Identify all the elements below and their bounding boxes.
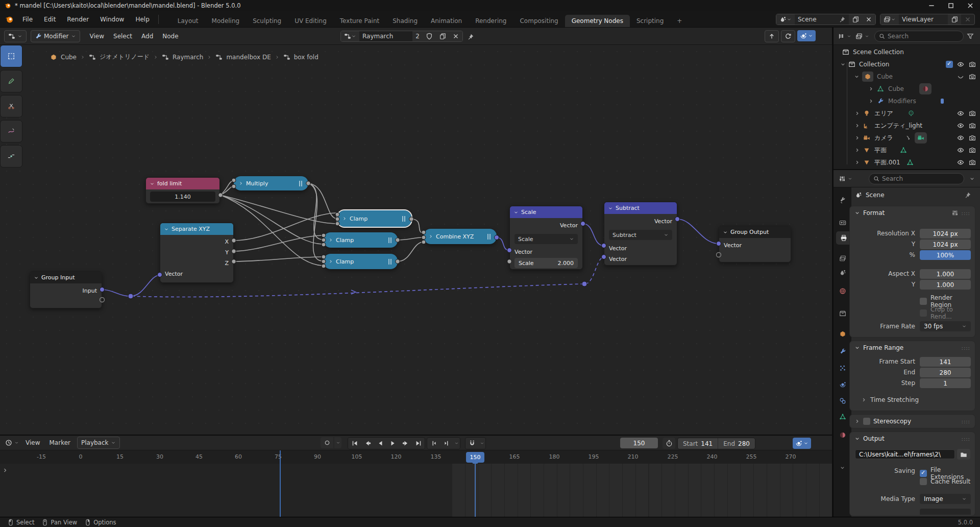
menu-select[interactable]: Select (109, 33, 137, 40)
resolution-x-field[interactable]: 1024 px (920, 229, 971, 238)
collapse-icon[interactable] (854, 435, 860, 442)
socket-vector[interactable] (581, 222, 585, 226)
eye-icon[interactable] (957, 110, 964, 117)
tab-sculpting[interactable]: Sculpting (246, 15, 288, 27)
editor-type-button[interactable] (4, 30, 27, 42)
scene-pin-icon[interactable] (836, 14, 849, 25)
menu-edit[interactable]: Edit (38, 11, 61, 27)
timeline-ruler[interactable]: -15 0 15 30 45 60 75 90 105 120 135 165 … (0, 450, 832, 464)
socket-virtual[interactable] (717, 253, 721, 257)
camera-visibility-icon[interactable] (969, 147, 976, 154)
drag-handle-icon[interactable] (962, 344, 970, 351)
socket[interactable] (335, 212, 339, 217)
frame-back-button[interactable] (427, 438, 440, 449)
outliner-row-plane[interactable]: 平面 (834, 144, 980, 156)
render-region-checkbox[interactable] (920, 298, 927, 305)
camera-visibility-icon[interactable] (969, 159, 976, 166)
expand-icon[interactable] (854, 110, 860, 117)
frame-start-field[interactable]: 141 (920, 357, 971, 367)
socket[interactable] (422, 240, 426, 244)
jump-to-start-button[interactable] (348, 438, 361, 449)
socket-vector[interactable] (100, 288, 105, 292)
start-frame-field[interactable]: Start141 (678, 438, 718, 449)
tab-object-data[interactable] (836, 410, 849, 423)
tab-tool[interactable] (836, 194, 849, 207)
aspect-x-field[interactable]: 1.000 (920, 269, 971, 279)
socket[interactable] (335, 217, 339, 221)
menu-render[interactable]: Render (61, 11, 94, 27)
tab-collection[interactable] (836, 307, 849, 320)
frame-step-dropdown[interactable] (453, 438, 460, 449)
socket[interactable] (322, 264, 326, 268)
scene-new-button[interactable] (849, 14, 862, 25)
viewlayer-browse-button[interactable] (880, 14, 899, 25)
socket[interactable] (232, 178, 236, 182)
tab-rendering[interactable]: Rendering (469, 15, 513, 27)
reroute-node[interactable] (582, 281, 587, 286)
properties-search[interactable] (869, 173, 964, 184)
eye-closed-icon[interactable] (957, 73, 964, 80)
properties-search-input[interactable] (882, 175, 928, 182)
crop-to-render-checkbox[interactable] (920, 309, 927, 317)
eye-icon[interactable] (957, 147, 964, 154)
aspect-y-field[interactable]: 1.000 (920, 280, 971, 290)
maximize-button[interactable] (941, 0, 961, 11)
expand-icon[interactable] (854, 134, 860, 141)
menu-file[interactable]: File (17, 11, 38, 27)
add-workspace-button[interactable]: + (670, 15, 689, 27)
timeline-editor-type-button[interactable] (3, 437, 21, 449)
scene-unlink-button[interactable] (862, 14, 875, 25)
material-icon[interactable] (919, 83, 932, 94)
media-type-dropdown[interactable]: Image (920, 494, 971, 504)
eye-icon[interactable] (957, 159, 964, 166)
eye-icon[interactable] (957, 134, 964, 141)
tab-texture-paint[interactable]: Texture Paint (333, 15, 386, 27)
tab-constraints[interactable] (836, 394, 849, 408)
socket-vector[interactable] (717, 242, 721, 246)
menu-add[interactable]: Add (137, 33, 158, 40)
outliner-row-collection[interactable]: Collection (834, 58, 980, 70)
browse-folder-button[interactable] (957, 449, 970, 460)
outliner-row-scene-collection[interactable]: Scene Collection (834, 46, 980, 58)
collapse-icon[interactable] (854, 209, 860, 217)
outliner-display-mode-dropdown[interactable] (853, 30, 871, 42)
fake-user-shield-icon[interactable] (423, 31, 436, 41)
expand-icon[interactable] (868, 85, 874, 92)
expand-icon[interactable] (868, 98, 874, 105)
timeline-overlay-toggle[interactable] (793, 438, 811, 449)
snap-dropdown[interactable] (478, 438, 485, 449)
drag-handle-icon[interactable] (962, 418, 970, 425)
collapse-icon[interactable] (840, 61, 846, 68)
collapse-icon[interactable] (854, 73, 860, 80)
frame-step-field[interactable]: 1 (920, 378, 971, 388)
timeline-menu-marker[interactable]: Marker (44, 439, 75, 446)
camera-visibility-icon[interactable] (969, 61, 976, 68)
current-frame-field[interactable]: 150 (620, 438, 658, 448)
playhead-badge[interactable]: 150 (466, 452, 484, 463)
socket[interactable] (409, 217, 413, 221)
camera-visibility-icon[interactable] (969, 110, 976, 117)
blender-menu-icon[interactable] (5, 15, 14, 24)
menu-window[interactable]: Window (94, 11, 130, 27)
camera-visibility-icon[interactable] (969, 73, 976, 80)
tab-geometry-nodes[interactable]: Geometry Nodes (565, 15, 630, 27)
socket[interactable] (396, 238, 400, 242)
auto-keying-toggle[interactable] (321, 437, 333, 448)
socket-virtual[interactable] (100, 298, 105, 302)
socket-vector[interactable] (507, 248, 512, 253)
frame-rate-dropdown[interactable]: 30 fps (920, 321, 971, 331)
socket[interactable] (232, 249, 236, 253)
outliner-row-cube-mesh[interactable]: Cube (834, 83, 980, 95)
viewlayer-remove-button[interactable] (961, 14, 974, 25)
tab-scripting[interactable]: Scripting (630, 15, 670, 27)
tab-particles[interactable] (836, 362, 849, 375)
output-path-field[interactable]: C:\Users\kait...el\frames\2\ (855, 449, 955, 459)
socket-vector[interactable] (602, 244, 606, 248)
eye-icon[interactable] (957, 122, 964, 129)
socket[interactable] (322, 243, 326, 247)
tab-animation[interactable]: Animation (424, 15, 469, 27)
nodes-modifier-icon[interactable] (941, 99, 944, 104)
socket[interactable] (396, 259, 400, 264)
socket[interactable] (422, 230, 426, 234)
menu-view[interactable]: View (85, 33, 109, 40)
